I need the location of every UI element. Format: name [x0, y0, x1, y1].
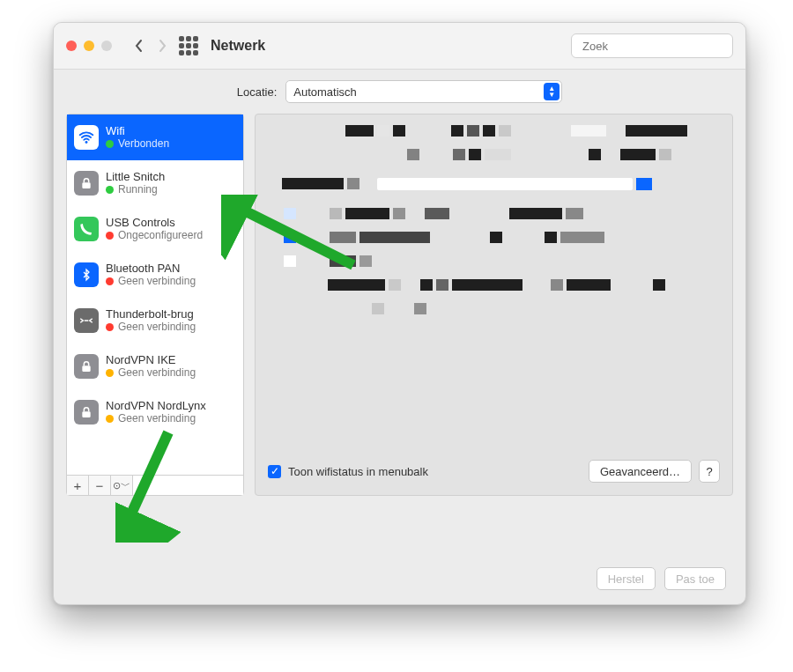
service-row-nordvpn-ike[interactable]: NordVPN IKEGeen verbinding [67, 343, 243, 389]
service-list: WifiVerbondenLittle SnitchRunningUSB Con… [67, 114, 243, 475]
service-status: Geen verbinding [106, 275, 196, 288]
service-name: Bluetooth PAN [106, 262, 196, 275]
remove-service-button[interactable]: − [89, 476, 111, 495]
advanced-button[interactable]: Geavanceerd… [589, 460, 692, 483]
chevron-updown-icon: ▲▼ [544, 83, 560, 100]
svg-rect-5 [82, 366, 90, 372]
service-row-bluetooth-pan[interactable]: Bluetooth PANGeen verbinding [67, 252, 243, 298]
lock-icon [74, 171, 99, 196]
minimize-icon[interactable] [84, 41, 94, 51]
location-popup[interactable]: Automatisch ▲▼ [285, 80, 562, 103]
service-row-little-snitch[interactable]: Little SnitchRunning [67, 160, 243, 206]
service-sidebar: WifiVerbondenLittle SnitchRunningUSB Con… [66, 114, 244, 496]
window-title: Netwerk [211, 38, 265, 54]
show-all-icon[interactable] [179, 36, 198, 55]
help-button[interactable]: ? [699, 460, 720, 483]
status-dot-icon [106, 369, 114, 377]
service-status: Verbonden [106, 137, 169, 151]
svg-rect-4 [82, 182, 90, 188]
location-label: Locatie: [237, 85, 278, 99]
show-wifi-label: Toon wifistatus in menubalk [288, 465, 428, 478]
service-row-wifi[interactable]: WifiVerbonden [67, 114, 243, 160]
service-status: Geen verbinding [106, 412, 206, 425]
sidebar-footer-spacer [133, 476, 243, 495]
revert-button[interactable]: Herstel [597, 567, 656, 590]
apply-button[interactable]: Pas toe [664, 567, 726, 590]
service-name: Little Snitch [106, 170, 165, 183]
bridge-icon [74, 308, 99, 333]
lock-icon [74, 354, 99, 379]
wifi-icon [74, 125, 99, 150]
search-field[interactable] [571, 33, 733, 58]
show-wifi-checkbox[interactable]: ✓ [268, 465, 281, 478]
status-dot-icon [106, 140, 114, 148]
service-name: Wifi [106, 124, 169, 137]
close-icon[interactable] [66, 41, 77, 51]
svg-rect-6 [82, 411, 90, 417]
status-dot-icon [106, 186, 114, 194]
service-name: USB Controls [106, 216, 203, 229]
phone-icon [74, 217, 99, 241]
bluetooth-icon [74, 262, 99, 287]
service-name: Thunderbolt-brug [106, 307, 196, 321]
panel-bottom-row: ✓ Toon wifistatus in menubalk Geavanceer… [268, 460, 720, 483]
location-value: Automatisch [293, 85, 357, 99]
add-service-button[interactable]: + [67, 476, 89, 495]
zoom-icon [101, 41, 112, 51]
service-status: Ongeconfigureerd [106, 229, 203, 242]
service-row-usb-controls[interactable]: USB ControlsOngeconfigureerd [67, 206, 243, 252]
service-row-nordvpn-nordlynx[interactable]: NordVPN NordLynxGeen verbinding [67, 389, 243, 435]
service-row-thunderbolt-brug[interactable]: Thunderbolt-brugGeen verbinding [67, 298, 243, 343]
chevron-right-icon [157, 39, 167, 53]
status-dot-icon [106, 415, 114, 423]
action-menu-button[interactable]: ⊙﹀ [111, 476, 133, 495]
service-name: NordVPN IKE [106, 353, 196, 366]
chevron-left-icon [134, 39, 145, 53]
titlebar: Netwerk [54, 23, 745, 70]
lock-icon [74, 400, 99, 425]
detail-panel: ✓ Toon wifistatus in menubalk Geavanceer… [255, 114, 733, 496]
svg-rect-2 [78, 129, 95, 146]
svg-point-3 [85, 141, 88, 144]
service-status: Geen verbinding [106, 321, 196, 334]
search-input[interactable] [581, 39, 732, 54]
service-name: NordVPN NordLynx [106, 399, 206, 412]
forward-button [151, 32, 174, 60]
status-dot-icon [106, 277, 114, 285]
sidebar-footer: + − ⊙﹀ [67, 475, 243, 495]
status-dot-icon [106, 232, 114, 240]
window-footer: Herstel Pas toe [597, 567, 726, 590]
preferences-window: Netwerk Locatie: Automatisch ▲▼ WifiVerb… [53, 22, 746, 605]
service-status: Geen verbinding [106, 366, 196, 380]
service-status: Running [106, 183, 165, 196]
location-row: Locatie: Automatisch ▲▼ [54, 70, 745, 114]
status-dot-icon [106, 323, 114, 331]
back-button[interactable] [128, 32, 151, 60]
window-controls [66, 41, 112, 51]
redacted-content [266, 125, 722, 363]
